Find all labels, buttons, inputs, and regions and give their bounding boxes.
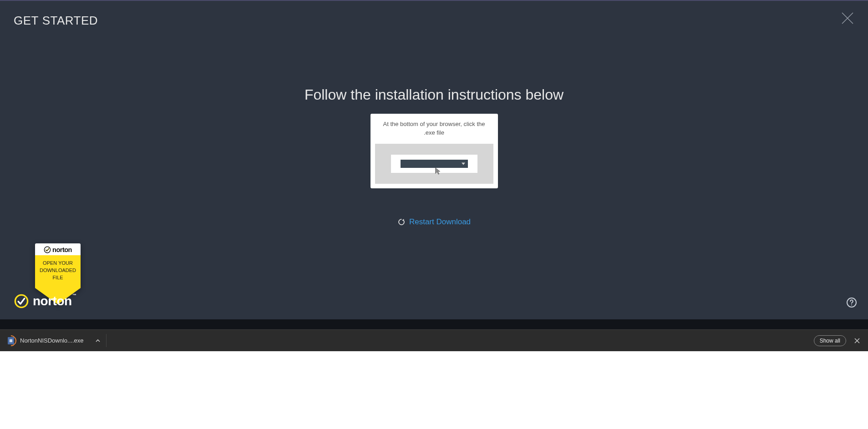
- download-options-button[interactable]: [90, 330, 106, 351]
- download-filename: NortonNISDownlo....exe: [20, 337, 83, 344]
- tooltip-line-1: OPEN YOUR: [37, 260, 79, 267]
- chevron-down-icon: [462, 162, 465, 165]
- title-rest: STARTED: [39, 14, 98, 27]
- restart-download-label: Restart Download: [409, 217, 471, 227]
- tooltip-brand: norton: [52, 246, 72, 253]
- refresh-icon: [397, 218, 406, 226]
- svg-rect-6: [10, 339, 12, 342]
- page-title: GET STARTED: [14, 14, 98, 28]
- title-bold: GET: [14, 14, 39, 27]
- tooltip-line-3: FILE: [37, 274, 79, 282]
- help-icon: [846, 297, 857, 308]
- tooltip-line-2: DOWNLOADED: [37, 267, 79, 274]
- norton-ring-icon: [14, 293, 29, 309]
- separator-row: [0, 319, 868, 329]
- show-all-button[interactable]: Show all: [814, 335, 846, 346]
- divider: [106, 334, 107, 347]
- chevron-up-icon: [95, 338, 101, 343]
- svg-point-3: [15, 295, 27, 307]
- main-heading: Follow the installation instructions bel…: [0, 86, 868, 103]
- close-icon: [854, 338, 860, 343]
- close-button[interactable]: [841, 11, 854, 25]
- download-progress-icon: [6, 336, 15, 345]
- card-text: At the bottom of your browser, click the…: [375, 120, 493, 144]
- help-button[interactable]: [846, 297, 857, 308]
- norton-logo: norton™: [14, 293, 76, 309]
- cursor-icon: [434, 167, 442, 175]
- norton-logo-text: norton™: [33, 294, 76, 308]
- restart-download-link[interactable]: Restart Download: [0, 217, 868, 227]
- browser-download-bar: NortonNISDownlo....exe Show all: [0, 329, 868, 351]
- download-bar-close-button[interactable]: [851, 334, 863, 347]
- instruction-card: At the bottom of your browser, click the…: [371, 114, 498, 188]
- page-bottom-whitespace: [0, 351, 868, 429]
- card-illustration: [375, 144, 493, 184]
- download-item[interactable]: NortonNISDownlo....exe: [0, 330, 90, 351]
- trademark-icon: ™: [72, 293, 76, 298]
- page-root: GET STARTED Follow the installation inst…: [0, 0, 868, 429]
- svg-point-5: [851, 304, 852, 305]
- top-border: [0, 0, 868, 1]
- tooltip-header: norton: [35, 243, 81, 255]
- file-icon: [8, 337, 14, 344]
- norton-check-icon: [44, 246, 51, 253]
- tooltip-body: OPEN YOUR DOWNLOADED FILE: [35, 255, 81, 288]
- close-icon: [841, 11, 854, 25]
